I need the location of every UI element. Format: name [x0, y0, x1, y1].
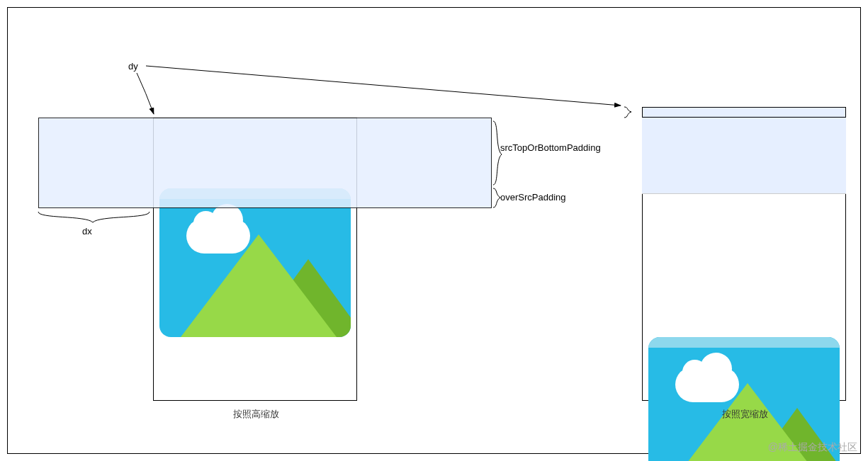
src-padding-label: srcTopOrBottomPadding [500, 142, 601, 153]
left-wide-overlay [38, 118, 492, 208]
diagram-canvas: dy dx srcTopOrBottomPadding overSrcPaddi… [7, 7, 861, 454]
right-overlay-main [642, 118, 846, 194]
dy-label: dy [128, 61, 138, 72]
dx-label: dx [82, 226, 92, 237]
right-caption: 按照宽缩放 [709, 408, 780, 421]
mountain-front-icon [181, 234, 337, 337]
image-placeholder-left [159, 188, 351, 337]
left-caption: 按照高缩放 [220, 408, 291, 421]
sky-light-band [648, 337, 840, 348]
over-src-padding-label: overSrcPadding [500, 192, 566, 203]
right-overlay-top [642, 107, 846, 118]
watermark: @稀土掘金技术社区 [768, 441, 857, 454]
